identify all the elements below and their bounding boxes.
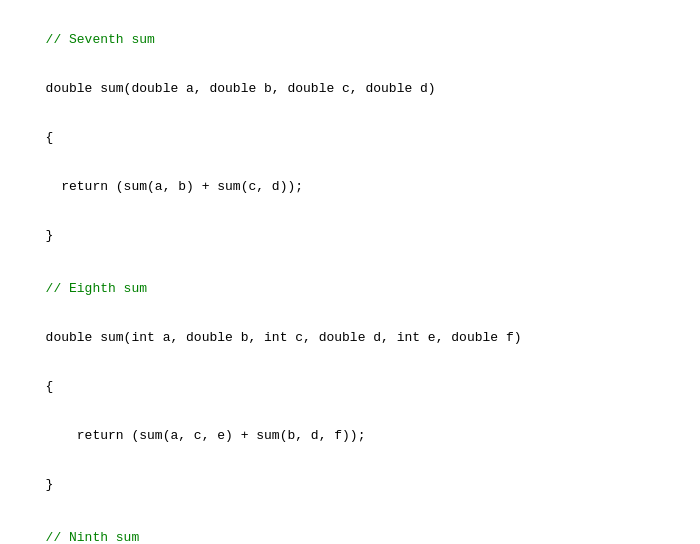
eighth-open-brace: { (30, 357, 670, 396)
eighth-return: return (sum(a, c, e) + sum(b, d, f)); (30, 406, 670, 445)
seventh-open-brace: { (30, 108, 670, 147)
eighth-comment: // Eighth sum (46, 281, 147, 296)
ninth-sum-block: // Ninth sum (30, 508, 670, 544)
eighth-signature: double sum(int a, double b, int c, doubl… (30, 308, 670, 347)
ninth-comment: // Ninth sum (46, 530, 140, 545)
seventh-return: return (sum(a, b) + sum(c, d)); (30, 157, 670, 196)
eighth-close-brace: } (30, 455, 670, 494)
seventh-close-brace: } (30, 206, 670, 245)
seventh-sum-block: // Seventh sum (30, 10, 670, 49)
seventh-signature: double sum(double a, double b, double c,… (30, 59, 670, 98)
eighth-sum-block: // Eighth sum (30, 259, 670, 298)
seventh-comment: // Seventh sum (46, 32, 155, 47)
